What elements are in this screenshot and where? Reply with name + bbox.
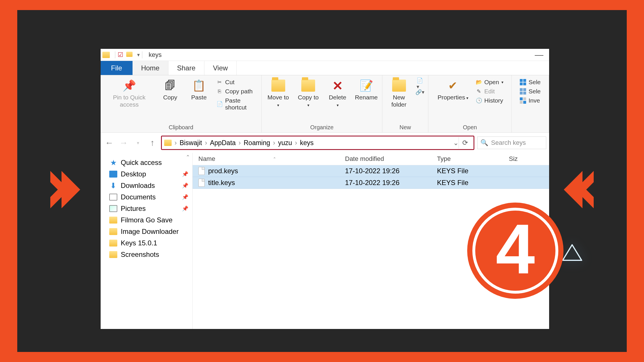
move-to-icon	[271, 79, 285, 93]
sidebar-item-label: Pictures	[121, 205, 146, 213]
next-step-icon[interactable]	[556, 171, 594, 209]
new-item-button[interactable]: 📄▾	[417, 80, 423, 87]
open-button[interactable]: 📂Open ▾	[476, 79, 503, 86]
paste-icon: 📋	[192, 79, 206, 93]
sidebar-item-label: Image Downloader	[121, 228, 179, 236]
column-name[interactable]: Name	[198, 155, 215, 163]
qat-properties-icon[interactable]: ☑	[118, 51, 123, 59]
nav-back-button[interactable]: ←	[103, 138, 115, 148]
column-type[interactable]: Type	[437, 155, 509, 163]
breadcrumb-segment[interactable]: Roaming	[244, 139, 270, 147]
address-bar[interactable]: › Biswajit › AppData › Roaming › yuzu › …	[161, 136, 474, 150]
new-folder-button[interactable]: New folder	[386, 78, 412, 109]
address-dropdown-icon[interactable]: ⌄	[453, 139, 459, 147]
tab-share[interactable]: Share	[168, 61, 204, 75]
sidebar-item-downloads[interactable]: ⬇ Downloads 📌	[108, 180, 189, 191]
properties-icon: ✔	[446, 79, 460, 93]
tab-view[interactable]: View	[204, 61, 237, 75]
ribbon: 📌 Pin to Quick access 🗐 Copy 📋 Paste ✂Cu…	[101, 75, 549, 133]
nav-up-button[interactable]: ↑	[147, 138, 158, 148]
copy-path-button[interactable]: ⎘Copy path	[216, 88, 256, 95]
sidebar-item-documents[interactable]: Documents 📌	[108, 191, 189, 203]
rename-button[interactable]: 📝 Rename	[353, 78, 379, 102]
search-input[interactable]: 🔍 Search keys	[477, 136, 546, 149]
delete-button[interactable]: ✕ Delete	[325, 78, 350, 109]
paste-shortcut-button[interactable]: 📄Paste shortcut	[216, 97, 256, 111]
navigation-pane: ⌃ ★ Quick access Desktop 📌 ⬇ Downloads	[101, 153, 193, 329]
file-explorer-window: ☑ ▾ keys — File Home Share View 📌 Pin to…	[101, 49, 549, 329]
sidebar-item-folder[interactable]: Keys 15.0.1	[108, 237, 189, 249]
file-row[interactable]: prod.keys 17-10-2022 19:26 KEYS File	[193, 165, 549, 177]
pin-icon: 📌	[182, 171, 188, 177]
history-button[interactable]: 🕓History	[476, 97, 503, 104]
breadcrumb-segment[interactable]: AppData	[210, 139, 236, 147]
crumb-separator: ›	[175, 139, 177, 147]
move-to-button[interactable]: Move to	[264, 78, 292, 109]
sidebar-item-desktop[interactable]: Desktop 📌	[108, 168, 189, 180]
pin-icon: 📌	[122, 79, 136, 93]
copy-button[interactable]: 🗐 Copy	[157, 78, 183, 102]
ribbon-group-select: Sele Sele Inve	[512, 75, 549, 132]
file-row[interactable]: title.keys 17-10-2022 19:26 KEYS File	[193, 177, 549, 189]
qat-folder-icon[interactable]	[126, 52, 135, 58]
cut-button[interactable]: ✂Cut	[216, 79, 256, 86]
breadcrumb-segment[interactable]: Biswajit	[180, 139, 202, 147]
sidebar-quick-access[interactable]: ★ Quick access	[108, 157, 189, 168]
prev-step-icon[interactable]	[50, 171, 88, 209]
sidebar-item-pictures[interactable]: Pictures 📌	[108, 203, 189, 214]
delete-icon: ✕	[331, 79, 344, 93]
star-icon: ★	[109, 159, 117, 166]
column-headers[interactable]: Name ⌃ Date modified Type Siz	[193, 153, 549, 165]
cursor-triangle-icon	[562, 244, 582, 263]
pin-icon: 📌	[182, 194, 188, 200]
search-placeholder: Search keys	[491, 139, 526, 147]
column-size[interactable]: Siz	[509, 155, 543, 163]
breadcrumb-segment[interactable]: yuzu	[278, 139, 292, 147]
ribbon-group-organize: Move to Copy to ✕ Delete 📝 Rename	[262, 75, 382, 132]
group-label-open: Open	[463, 124, 477, 132]
ribbon-group-new: New folder 📄▾ 🔗▾ New	[382, 75, 428, 132]
paste-shortcut-icon: 📄	[216, 101, 223, 107]
easy-access-icon: 🔗▾	[417, 89, 423, 95]
ribbon-group-open: ✔ Properties 📂Open ▾ ✎Edit 🕓History Open	[428, 75, 512, 132]
file-icon	[198, 179, 205, 187]
divider	[115, 51, 115, 58]
select-all-icon	[520, 79, 526, 85]
copy-to-icon	[301, 79, 315, 93]
edit-button[interactable]: ✎Edit	[476, 88, 503, 95]
nav-recent-button[interactable]: ▾	[132, 140, 144, 146]
desktop-icon	[109, 171, 117, 178]
select-all-button[interactable]: Sele	[520, 79, 540, 86]
sidebar-item-folder[interactable]: Filmora Go Save	[108, 214, 189, 226]
copy-to-button[interactable]: Copy to	[295, 78, 322, 109]
svg-marker-3	[564, 171, 582, 208]
select-none-button[interactable]: Sele	[520, 88, 540, 95]
svg-marker-4	[563, 245, 582, 260]
nav-forward-button[interactable]: →	[118, 138, 129, 148]
minimize-button[interactable]: —	[535, 50, 543, 60]
properties-button[interactable]: ✔ Properties	[435, 78, 471, 102]
paste-button[interactable]: 📋 Paste	[186, 78, 212, 102]
easy-access-button[interactable]: 🔗▾	[417, 89, 423, 95]
sidebar-item-folder[interactable]: Image Downloader	[108, 226, 189, 237]
new-folder-icon	[392, 79, 406, 93]
scroll-up-icon[interactable]: ⌃	[186, 154, 190, 160]
edit-icon: ✎	[476, 88, 482, 95]
file-name: prod.keys	[208, 167, 238, 175]
invert-selection-button[interactable]: Inve	[520, 97, 540, 104]
documents-icon	[109, 194, 117, 201]
file-icon	[198, 167, 205, 175]
qat-dropdown-icon[interactable]: ▾	[137, 52, 140, 58]
tab-home[interactable]: Home	[133, 61, 168, 75]
pin-to-quick-access-button[interactable]: 📌 Pin to Quick access	[104, 78, 154, 109]
copy-path-icon: ⎘	[216, 88, 223, 95]
sidebar-item-label: Keys 15.0.1	[121, 239, 157, 247]
refresh-button[interactable]: ⟳	[459, 137, 471, 149]
sidebar-item-label: Screenshots	[121, 251, 159, 259]
sidebar-item-label: Documents	[121, 193, 156, 201]
tab-file[interactable]: File	[101, 61, 133, 75]
sidebar-item-folder[interactable]: Screenshots	[108, 249, 189, 260]
breadcrumb-segment[interactable]: keys	[300, 139, 313, 147]
file-modified: 17-10-2022 19:26	[345, 167, 437, 175]
column-modified[interactable]: Date modified	[345, 155, 437, 163]
